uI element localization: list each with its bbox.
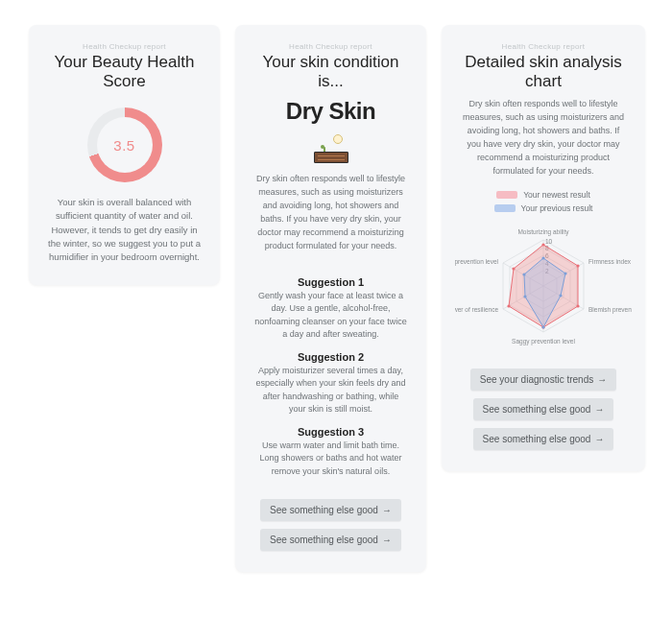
svg-point-26: [559, 294, 562, 297]
see-more-button[interactable]: See something else good →: [473, 428, 614, 450]
eyebrow: Health Checkup report: [502, 42, 586, 51]
legend-row: Your previous result: [494, 203, 593, 213]
card-actions: See something else good → See something …: [260, 499, 401, 551]
axis-label: Blemish prevention: [588, 306, 632, 314]
svg-point-28: [523, 295, 526, 297]
arrow-right-icon: →: [594, 434, 604, 444]
button-label: See something else good: [270, 505, 378, 515]
card-title: Your Beauty Health Score: [42, 53, 206, 90]
button-label: See something else good: [483, 434, 591, 444]
arrow-right-icon: →: [382, 505, 392, 515]
axis-label: Moisturizing ability: [517, 228, 569, 236]
legend-swatch-blue: [494, 204, 516, 212]
suggestion-heading: Suggestion 2: [249, 351, 413, 363]
card-analysis-chart: Health Checkup report Detailed skin anal…: [442, 25, 645, 471]
legend-label: Your previous result: [521, 203, 593, 213]
button-label: See something else good: [270, 535, 378, 545]
card-title: Your skin condition is...: [249, 53, 413, 90]
card-description: Dry skin often responds well to lifestyl…: [249, 173, 413, 253]
dry-soil-icon: [314, 134, 348, 163]
card-health-score: Health Checkup report Your Beauty Health…: [29, 25, 220, 285]
eyebrow: Health Checkup report: [83, 42, 166, 51]
axis-label: Wrinkles prevention level: [455, 258, 499, 266]
see-more-button[interactable]: See something else good →: [260, 529, 401, 551]
legend-label: Your newest result: [523, 190, 590, 200]
svg-point-25: [564, 272, 566, 274]
svg-point-27: [541, 325, 544, 328]
see-more-button[interactable]: See something else good →: [473, 398, 614, 420]
suggestion-heading: Suggestion 3: [249, 426, 413, 438]
svg-point-29: [522, 273, 525, 275]
eyebrow: Health Checkup report: [289, 42, 372, 51]
trends-button[interactable]: See your diagnostic trends →: [470, 369, 616, 391]
dashboard-cards-row: Health Checkup report Your Beauty Health…: [0, 0, 672, 601]
svg-point-23: [512, 267, 515, 270]
legend-swatch-pink: [496, 191, 517, 199]
button-label: See something else good: [483, 404, 591, 415]
svg-point-19: [576, 264, 579, 267]
card-description: Dry skin often responds well to lifestyl…: [455, 98, 632, 178]
svg-point-24: [541, 256, 544, 259]
svg-point-18: [541, 243, 544, 246]
score-value: 3.5: [97, 117, 153, 173]
suggestion-text: Use warm water and limit bath time. Long…: [249, 440, 413, 479]
card-actions: See your diagnostic trends → See somethi…: [470, 369, 616, 450]
button-label: See your diagnostic trends: [480, 374, 593, 385]
svg-text:10: 10: [545, 238, 553, 245]
axis-label: Power of resilience: [455, 306, 498, 313]
svg-point-20: [576, 304, 579, 307]
arrow-right-icon: →: [597, 374, 607, 385]
condition-name: Dry Skin: [286, 98, 375, 125]
see-more-button[interactable]: See something else good →: [260, 499, 401, 521]
suggestion-text: Gently wash your face at least twice a d…: [249, 290, 413, 342]
radar-chart: 246 810 Moisturizing ability Firmness in…: [455, 219, 632, 353]
chart-legend: Your newest result Your previous result: [494, 190, 593, 213]
suggestion-heading: Suggestion 1: [249, 276, 413, 288]
arrow-right-icon: →: [594, 404, 604, 415]
score-donut: 3.5: [87, 107, 162, 182]
svg-point-22: [507, 304, 510, 307]
card-description: Your skin is overall balanced with suffi…: [42, 196, 206, 264]
card-title: Detailed skin analysis chart: [455, 53, 632, 90]
axis-label: Firmness index: [588, 258, 632, 265]
legend-row: Your newest result: [496, 190, 590, 200]
suggestions: Suggestion 1 Gently wash your face at le…: [249, 267, 413, 485]
arrow-right-icon: →: [382, 535, 392, 545]
axis-label: Saggy prevention level: [512, 338, 575, 345]
suggestion-text: Apply moisturizer several times a day, e…: [249, 365, 413, 416]
card-skin-condition: Health Checkup report Your skin conditio…: [235, 25, 426, 572]
